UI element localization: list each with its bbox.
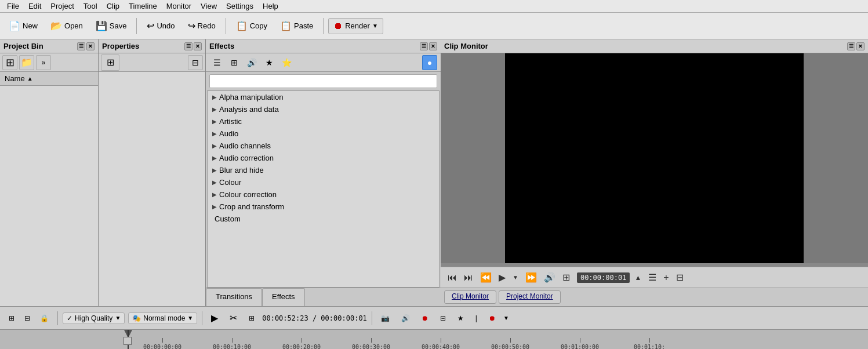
list-item-alpha[interactable]: ▶ Alpha manipulation bbox=[208, 91, 439, 103]
project-bin-controls: ☰ ✕ bbox=[77, 42, 95, 50]
ruler-mark-2: 00:00:20:00 bbox=[267, 338, 336, 349]
list-item-artistic[interactable]: ▶ Artistic bbox=[208, 115, 439, 128]
effects-toolbar: ☰ ⊞ 🔊 ★ ⭐ ● bbox=[206, 53, 441, 72]
list-item-colour[interactable]: ▶ Colour bbox=[208, 176, 439, 188]
effects-search-input[interactable] bbox=[209, 74, 437, 88]
arrow-icon-audio-correction: ▶ bbox=[212, 155, 217, 161]
fast-forward-btn[interactable]: ⏩ bbox=[523, 271, 539, 284]
menu-settings[interactable]: Settings bbox=[221, 1, 258, 12]
effects-title: Effects bbox=[209, 42, 234, 50]
properties-extra-btn[interactable]: ⊟ bbox=[188, 55, 203, 70]
list-item-crop[interactable]: ▶ Crop and transform bbox=[208, 201, 439, 213]
loop-btn[interactable]: ⏺ bbox=[485, 312, 500, 324]
sort-arrow-icon: ▲ bbox=[27, 75, 33, 82]
cut-btn[interactable]: ✂ bbox=[226, 311, 241, 325]
render-button[interactable]: ⏺ Render ▼ bbox=[328, 18, 383, 34]
project-bin-menu-btn[interactable]: ☰ bbox=[77, 42, 85, 50]
undo-button[interactable]: ↩ Undo bbox=[141, 17, 180, 34]
list-item-audio-correction[interactable]: ▶ Audio correction bbox=[208, 152, 439, 164]
track-lock-btn[interactable]: 🔒 bbox=[36, 312, 53, 324]
list-item-blur[interactable]: ▶ Blur and hide bbox=[208, 164, 439, 176]
effects-menu-btn[interactable]: ☰ bbox=[420, 42, 428, 50]
properties-close-btn[interactable]: ✕ bbox=[194, 42, 202, 50]
list-item-audio[interactable]: ▶ Audio bbox=[208, 128, 439, 140]
item-label-alpha: Alpha manipulation bbox=[219, 93, 284, 101]
effects-grid-view-btn[interactable]: ⊞ bbox=[227, 55, 242, 70]
ruler-tick-2 bbox=[302, 338, 302, 343]
tab-project-monitor[interactable]: Project Monitor bbox=[499, 290, 561, 304]
mode-select[interactable]: 🎭 Normal mode ▼ bbox=[128, 312, 197, 324]
effects-list-view-btn[interactable]: ☰ bbox=[209, 55, 224, 70]
tab-transitions[interactable]: Transitions bbox=[206, 288, 262, 306]
add-folder-btn[interactable]: 📁 bbox=[19, 55, 34, 70]
open-button[interactable]: 📂 Open bbox=[45, 17, 88, 34]
list-item-analysis[interactable]: ▶ Analysis and data bbox=[208, 103, 439, 115]
ruler-label-5: 00:00:50:00 bbox=[491, 344, 529, 349]
clip-monitor-close-btn[interactable]: ✕ bbox=[856, 42, 865, 50]
sound-btn[interactable]: 🔊 bbox=[397, 312, 414, 324]
menu-edit[interactable]: Edit bbox=[24, 1, 46, 12]
separator-3 bbox=[323, 18, 324, 34]
paste-button[interactable]: 📋 Paste bbox=[275, 17, 318, 34]
capture-btn[interactable]: | bbox=[471, 312, 481, 324]
properties-view-btn[interactable]: ⊞ bbox=[101, 54, 119, 71]
clip-monitor-menu-btn[interactable]: ☰ bbox=[847, 42, 855, 50]
effects-close-btn[interactable]: ✕ bbox=[429, 42, 437, 50]
project-bin-toolbar: ⊞ 📁 » bbox=[0, 53, 98, 72]
bottom-bar: ⊞ ⊟ 🔒 ✓ High Quality ▼ 🎭 Normal mode ▼ ▶… bbox=[0, 306, 868, 329]
save-button[interactable]: 💾 Save bbox=[90, 17, 132, 34]
zoom-btn[interactable]: ⊞ bbox=[560, 271, 572, 284]
new-button[interactable]: 📄 New bbox=[3, 17, 43, 34]
menu-help[interactable]: Help bbox=[258, 1, 283, 12]
effects-audio-btn[interactable]: 🔊 bbox=[244, 55, 259, 70]
time-menu-btn[interactable]: ☰ bbox=[646, 271, 659, 284]
add-marker-btn[interactable]: + bbox=[661, 271, 671, 284]
star-btn[interactable]: ★ bbox=[453, 312, 468, 324]
camera-btn[interactable]: 📷 bbox=[377, 312, 394, 324]
list-item-audio-channels[interactable]: ▶ Audio channels bbox=[208, 140, 439, 152]
menu-tool[interactable]: Tool bbox=[79, 1, 102, 12]
project-bin-panel: Project Bin ☰ ✕ ⊞ 📁 » Name ▲ bbox=[0, 39, 99, 306]
misc-btn[interactable]: ⊟ bbox=[436, 312, 450, 324]
arrow-icon-alpha: ▶ bbox=[212, 94, 217, 100]
add-clip-btn[interactable]: ⊞ bbox=[2, 55, 17, 70]
play-btn-bottom[interactable]: ▶ bbox=[207, 311, 222, 325]
render-dropdown-icon[interactable]: ▼ bbox=[372, 23, 378, 29]
volume-btn[interactable]: 🔊 bbox=[542, 271, 558, 284]
menu-clip[interactable]: Clip bbox=[102, 1, 124, 12]
monitor-extra-btn[interactable]: ⊟ bbox=[674, 271, 686, 284]
record-btn[interactable]: ⏺ bbox=[417, 312, 433, 324]
quality-select[interactable]: ✓ High Quality ▼ bbox=[63, 312, 125, 324]
redo-button[interactable]: ↪ Redo bbox=[183, 17, 221, 34]
effects-favorites-btn[interactable]: ⭐ bbox=[279, 55, 294, 70]
go-to-start-btn[interactable]: ⏮ bbox=[445, 271, 459, 284]
rewind-btn[interactable]: ⏪ bbox=[478, 271, 494, 284]
menu-monitor[interactable]: Monitor bbox=[162, 1, 196, 12]
loop-dropdown-icon[interactable]: ▼ bbox=[503, 315, 509, 321]
ruler-tick-6 bbox=[580, 338, 580, 343]
menu-project[interactable]: Project bbox=[46, 1, 78, 12]
go-to-end-btn[interactable]: ⏭ bbox=[462, 271, 475, 284]
project-bin-close-btn[interactable]: ✕ bbox=[86, 42, 95, 50]
undo-label: Undo bbox=[157, 21, 175, 30]
menu-file[interactable]: File bbox=[2, 1, 24, 12]
time-up-btn[interactable]: ▲ bbox=[632, 272, 644, 283]
properties-menu-btn[interactable]: ☰ bbox=[184, 42, 193, 50]
copy-button[interactable]: 📋 Copy bbox=[231, 17, 273, 34]
play-btn[interactable]: ▶ bbox=[496, 271, 508, 284]
play-dropdown-btn[interactable]: ▼ bbox=[510, 273, 521, 282]
effects-active-btn[interactable]: ● bbox=[422, 55, 437, 70]
menu-view[interactable]: View bbox=[196, 1, 221, 12]
list-item-colour-correction[interactable]: ▶ Colour correction bbox=[208, 188, 439, 201]
list-item-custom[interactable]: Custom bbox=[208, 213, 439, 225]
tab-effects[interactable]: Effects bbox=[262, 288, 305, 306]
remove-track-btn[interactable]: ⊟ bbox=[20, 312, 34, 324]
effects-video-btn[interactable]: ★ bbox=[262, 55, 277, 70]
tab-clip-monitor[interactable]: Clip Monitor bbox=[444, 290, 496, 304]
separator-1 bbox=[136, 18, 137, 34]
insert-btn[interactable]: ⊞ bbox=[245, 312, 259, 324]
more-btn[interactable]: » bbox=[36, 55, 51, 70]
add-track-btn[interactable]: ⊞ bbox=[5, 312, 19, 324]
paste-icon: 📋 bbox=[280, 20, 292, 31]
menu-timeline[interactable]: Timeline bbox=[124, 1, 162, 12]
